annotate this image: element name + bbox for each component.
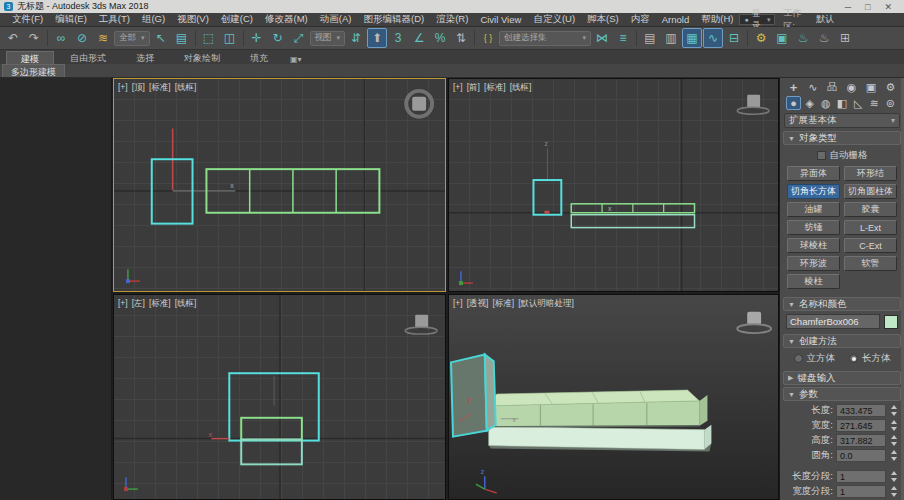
- vp-top-view[interactable]: [顶]: [132, 82, 145, 94]
- menu-graph-editors[interactable]: 图形编辑器(D): [357, 13, 430, 26]
- toggle-scene-explorer-button[interactable]: ▤: [640, 28, 660, 48]
- toggle-layer-explorer-button[interactable]: ▥: [661, 28, 681, 48]
- vp-left-pov[interactable]: [标准]: [149, 298, 171, 310]
- width-segs-spinner[interactable]: [889, 485, 898, 498]
- dope-sheet-button[interactable]: ⊟: [724, 28, 744, 48]
- torus-knot-button[interactable]: 环形结: [844, 166, 897, 181]
- width-input[interactable]: 271.645: [836, 419, 886, 432]
- length-segs-spinner[interactable]: [889, 470, 898, 483]
- length-spinner[interactable]: [889, 404, 898, 417]
- viewport-left[interactable]: [+] [左] [标准] [线框] x: [113, 294, 446, 500]
- menu-customize[interactable]: 自定义(U): [527, 13, 581, 26]
- select-by-name-button[interactable]: ▤: [172, 28, 192, 48]
- percent-snap-button[interactable]: %: [430, 28, 450, 48]
- creation-method-rollout-header[interactable]: ▼ 创建方法: [783, 334, 901, 348]
- display-tab-icon[interactable]: ▣: [864, 80, 879, 94]
- vp-left-shading[interactable]: [线框]: [175, 298, 197, 310]
- select-and-place-button[interactable]: ⬆: [367, 28, 387, 48]
- vp-top-pov[interactable]: [标准]: [149, 82, 171, 94]
- geometry-category-icon[interactable]: ●: [786, 96, 801, 110]
- object-name-input[interactable]: ChamferBox006: [786, 314, 880, 329]
- angle-snap-button[interactable]: ∠: [409, 28, 429, 48]
- state-sets-button[interactable]: ⊞: [835, 28, 855, 48]
- vp-front-view[interactable]: [前]: [467, 82, 480, 94]
- rendered-frame-window-button[interactable]: ▣: [772, 28, 792, 48]
- geometry-category-dropdown[interactable]: 扩展基本体: [784, 113, 900, 128]
- vp-persp-shading[interactable]: [默认明暗处理]: [518, 298, 574, 310]
- named-selection-sets-dropdown[interactable]: 创建选择集: [499, 31, 591, 46]
- space-warps-category-icon[interactable]: ≋: [867, 96, 882, 110]
- cameras-category-icon[interactable]: ◧: [834, 96, 849, 110]
- curve-editor-button[interactable]: ∿: [703, 28, 723, 48]
- ribbon-tab-freeform[interactable]: 自由形式: [56, 51, 120, 64]
- window-crossing-button[interactable]: ◫: [220, 28, 240, 48]
- redo-button[interactable]: ↷: [24, 28, 44, 48]
- vp-persp-view[interactable]: [透视]: [467, 298, 489, 310]
- menu-help[interactable]: 帮助(H): [695, 13, 739, 26]
- vp-top-menu[interactable]: [+]: [118, 82, 128, 94]
- select-and-rotate-button[interactable]: ↻: [268, 28, 288, 48]
- vp-top-shading[interactable]: [线框]: [175, 82, 197, 94]
- name-color-rollout-header[interactable]: ▼ 名称和颜色: [783, 297, 901, 311]
- render-setup-button[interactable]: ⚙: [751, 28, 771, 48]
- render-in-cloud-button[interactable]: ♨: [814, 28, 834, 48]
- fillet-spinner[interactable]: [889, 449, 898, 462]
- select-object-button[interactable]: ↖: [151, 28, 171, 48]
- menu-views[interactable]: 视图(V): [171, 13, 215, 26]
- viewport-front[interactable]: [+] [前] [标准] [线框] z x: [448, 78, 779, 292]
- toggle-ribbon-button[interactable]: ▦: [682, 28, 702, 48]
- object-type-rollout-header[interactable]: ▼ 对象类型: [783, 131, 901, 145]
- parameters-rollout-header[interactable]: ▼ 参数: [783, 387, 901, 401]
- unlink-selection-button[interactable]: ⊘: [72, 28, 92, 48]
- systems-category-icon[interactable]: ⊚: [883, 96, 898, 110]
- vp-left-menu[interactable]: [+]: [118, 298, 128, 310]
- width-spinner[interactable]: [889, 419, 898, 432]
- snap-toggle-3d-button[interactable]: 3: [388, 28, 408, 48]
- vp-front-menu[interactable]: [+]: [453, 82, 463, 94]
- keyboard-entry-rollout-header[interactable]: ▶ 键盘输入: [783, 371, 901, 385]
- ribbon-tab-selection[interactable]: 选择: [122, 51, 168, 64]
- rectangular-selection-region-button[interactable]: ⬚: [199, 28, 219, 48]
- l-ext-button[interactable]: L-Ext: [844, 220, 897, 235]
- length-segs-input[interactable]: 1: [836, 470, 886, 483]
- polygon-modeling-panel-tab[interactable]: 多边形建模: [2, 64, 65, 77]
- hose-button[interactable]: 软管: [844, 256, 897, 271]
- hedra-button[interactable]: 异面体: [787, 166, 840, 181]
- ring-wave-button[interactable]: 环形波: [787, 256, 840, 271]
- select-and-move-button[interactable]: ✛: [247, 28, 267, 48]
- menu-scripting[interactable]: 脚本(S): [581, 13, 625, 26]
- select-and-scale-button[interactable]: ⤢: [289, 28, 309, 48]
- vp-front-pov[interactable]: [标准]: [484, 82, 506, 94]
- fillet-input[interactable]: 0.0: [836, 449, 886, 462]
- menu-content[interactable]: 内容: [625, 13, 656, 26]
- box-radio[interactable]: 长方体: [849, 352, 891, 365]
- spindle-button[interactable]: 纺锤: [787, 220, 840, 235]
- ribbon-tab-object-paint[interactable]: 对象绘制: [170, 51, 234, 64]
- chamfer-box-button[interactable]: 切角长方体: [787, 184, 840, 199]
- height-spinner[interactable]: [889, 434, 898, 447]
- length-input[interactable]: 433.475: [836, 404, 886, 417]
- utilities-tab-icon[interactable]: ⚙: [883, 80, 898, 94]
- chamfer-cylinder-button[interactable]: 切角圆柱体: [844, 184, 897, 199]
- hierarchy-tab-icon[interactable]: 品: [825, 80, 840, 94]
- width-segs-input[interactable]: 1: [836, 485, 886, 498]
- mirror-button[interactable]: ⋈: [592, 28, 612, 48]
- motion-tab-icon[interactable]: ◉: [844, 80, 859, 94]
- workspace-dropdown[interactable]: 默认: [816, 13, 904, 26]
- menu-create[interactable]: 创建(C): [215, 13, 259, 26]
- menu-rendering[interactable]: 渲染(R): [430, 13, 474, 26]
- prism-button[interactable]: 棱柱: [787, 274, 840, 289]
- vp-persp-menu[interactable]: [+]: [453, 298, 463, 310]
- helpers-category-icon[interactable]: ◺: [851, 96, 866, 110]
- c-ext-button[interactable]: C-Ext: [844, 238, 897, 253]
- viewport-perspective[interactable]: [+] [透视] [标准] [默认明暗处理] x: [448, 294, 779, 500]
- use-center-button[interactable]: ⇵: [346, 28, 366, 48]
- align-button[interactable]: ≡: [613, 28, 633, 48]
- viewport-top[interactable]: [+] [顶] [标准] [线框] x: [113, 78, 446, 292]
- autogrid-checkbox[interactable]: [817, 151, 826, 160]
- capsule-button[interactable]: 胶囊: [844, 202, 897, 217]
- ribbon-more-dropdown-icon[interactable]: ▣▾: [284, 55, 308, 64]
- reference-coordinate-dropdown[interactable]: 视图: [310, 31, 346, 46]
- vp-left-view[interactable]: [左]: [132, 298, 145, 310]
- cube-radio[interactable]: 立方体: [794, 352, 836, 365]
